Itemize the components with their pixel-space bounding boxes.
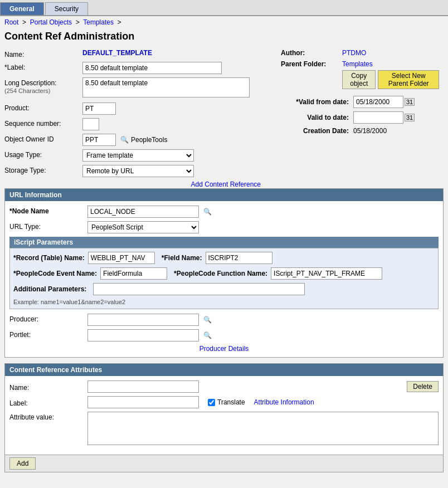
- producer-search-icon[interactable]: 🔍: [203, 316, 212, 324]
- producer-input[interactable]: [87, 314, 199, 326]
- obj-owner-label: Object Owner ID: [4, 134, 82, 143]
- valid-to-calendar-icon[interactable]: 31: [405, 114, 415, 121]
- tab-bar: General Security: [0, 0, 448, 16]
- producer-details-link[interactable]: Producer Details: [199, 345, 249, 353]
- parent-folder-value: Templates: [342, 60, 373, 68]
- long-desc-chars: (254 Characters): [4, 87, 51, 94]
- portlet-search-icon[interactable]: 🔍: [203, 331, 212, 339]
- example-text: Example: name1=value1&name2=value2: [13, 299, 435, 305]
- url-info-header: URL Information: [5, 189, 443, 201]
- creation-date-value: 05/18/2000: [353, 127, 387, 135]
- select-parent-button[interactable]: Select New Parent Folder: [378, 70, 439, 89]
- obj-owner-search-icon[interactable]: 🔍: [120, 136, 129, 144]
- attr-value-label: Attribute value:: [9, 412, 87, 421]
- valid-from-input[interactable]: [353, 96, 403, 108]
- attr-value-textarea[interactable]: [87, 412, 439, 445]
- peoplecode-event-label: *PeopleCode Event Name:: [13, 270, 97, 277]
- attr-section: Content Reference Attributes Name: Delet…: [4, 363, 444, 472]
- creation-date-label: Creation Date:: [281, 127, 353, 135]
- name-value: DEFAULT_TEMPLATE: [82, 49, 152, 57]
- breadcrumb: Root > Portal Objects > Templates >: [0, 16, 448, 28]
- node-name-search-icon[interactable]: 🔍: [203, 208, 212, 216]
- breadcrumb-root[interactable]: Root: [4, 18, 18, 26]
- author-label: Author:: [281, 49, 342, 57]
- parent-folder-label: Parent Folder:: [281, 60, 342, 68]
- portlet-input[interactable]: [87, 329, 199, 341]
- attr-section-header: Content Reference Attributes: [5, 364, 443, 376]
- valid-to-label: Valid to date:: [281, 114, 353, 121]
- field-name-input[interactable]: [206, 252, 272, 264]
- field-name-label: *Field Name:: [162, 254, 202, 262]
- page-title: Content Ref Administration: [0, 28, 448, 47]
- name-label: Name:: [4, 49, 82, 58]
- breadcrumb-templates[interactable]: Templates: [83, 18, 114, 26]
- attr-label-input[interactable]: [87, 396, 199, 408]
- node-name-input[interactable]: [87, 206, 199, 218]
- node-name-label: *Node Name: [9, 206, 87, 215]
- additional-params-label: Additional Parameters:: [13, 285, 86, 293]
- attr-label-label: Label:: [9, 398, 87, 407]
- tab-security[interactable]: Security: [45, 2, 88, 15]
- valid-from-calendar-icon[interactable]: 31: [405, 98, 415, 106]
- add-button[interactable]: Add: [9, 457, 36, 470]
- iscript-header: iScript Parameters: [9, 237, 439, 248]
- peoplecode-fn-input[interactable]: [271, 267, 382, 280]
- record-label: *Record (Table) Name:: [13, 254, 85, 262]
- record-input[interactable]: [88, 252, 155, 264]
- product-label: Product:: [4, 103, 82, 112]
- usage-type-select[interactable]: Frame template Target content Pagelet IS…: [82, 149, 194, 162]
- attr-name-label: Name:: [9, 382, 87, 392]
- translate-label: Translate: [217, 398, 245, 406]
- storage-type-label: Storage Type:: [4, 165, 82, 174]
- translate-checkbox[interactable]: [208, 399, 215, 406]
- add-content-ref-link[interactable]: Add Content Reference: [191, 180, 261, 188]
- usage-type-label: Usage Type:: [4, 149, 82, 159]
- attr-info-link[interactable]: Attribute Information: [254, 398, 314, 406]
- peoplecode-event-input[interactable]: [100, 267, 167, 280]
- url-type-label: URL Type:: [9, 221, 87, 231]
- url-type-select[interactable]: PeopleSoft Script External URL Component: [87, 221, 199, 233]
- portlet-label: Portlet:: [9, 329, 87, 339]
- label-input[interactable]: [82, 62, 222, 74]
- obj-owner-input[interactable]: [82, 134, 116, 146]
- producer-label: Producer:: [9, 314, 87, 323]
- obj-owner-name: PeopleTools: [131, 136, 167, 144]
- storage-type-select[interactable]: Remote by URL PeopleSoft Component Exter…: [82, 165, 194, 177]
- long-desc-input[interactable]: 8.50 default template: [82, 77, 250, 97]
- copy-object-button[interactable]: Copy object: [342, 70, 376, 89]
- peoplecode-fn-label: *PeopleCode Function Name:: [174, 270, 267, 277]
- delete-button[interactable]: Delete: [407, 381, 439, 392]
- valid-to-input[interactable]: [353, 111, 403, 124]
- product-input[interactable]: [82, 103, 116, 115]
- iscript-body: *Record (Table) Name: *Field Name: *Peop…: [9, 248, 439, 309]
- seq-label: Sequence number:: [4, 118, 82, 128]
- url-info-section: URL Information *Node Name 🔍 URL Type: P…: [4, 188, 444, 358]
- translate-checkbox-label: Translate: [208, 398, 245, 406]
- breadcrumb-portal-objects[interactable]: Portal Objects: [30, 18, 72, 26]
- label-label: *Label:: [4, 62, 82, 71]
- attr-name-input[interactable]: [87, 380, 199, 393]
- valid-from-label: *Valid from date:: [281, 98, 353, 106]
- tab-general[interactable]: General: [0, 2, 44, 15]
- seq-input[interactable]: [82, 118, 99, 130]
- additional-params-input[interactable]: [93, 283, 305, 295]
- author-value: PTDMO: [342, 49, 366, 57]
- long-desc-label: Long Description:: [4, 79, 56, 87]
